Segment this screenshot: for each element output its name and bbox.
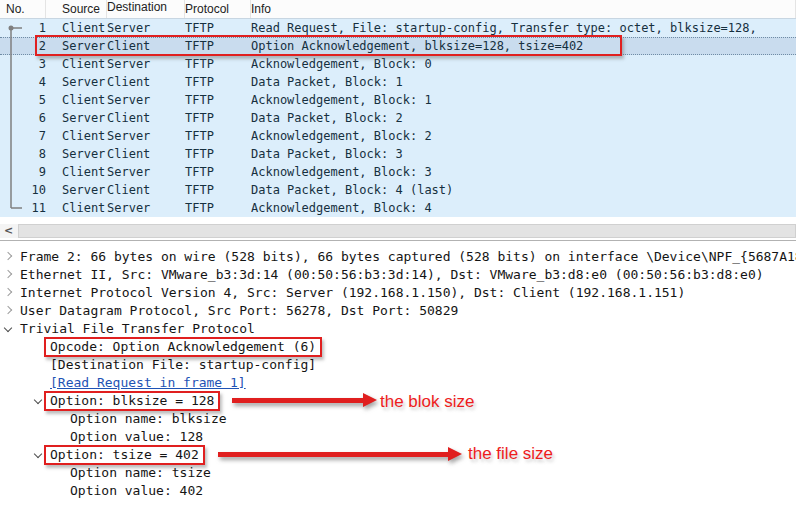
cell-no: 11 (0, 201, 46, 215)
detail-line[interactable]: Option: tsize = 402 (0, 446, 796, 464)
detail-text: User Datagram Protocol, Src Port: 56278,… (20, 302, 458, 320)
pane-splitter[interactable] (0, 240, 796, 241)
detail-line[interactable]: [Destination File: startup-config] (0, 356, 796, 374)
detail-line[interactable]: Option value: 402 (0, 482, 796, 500)
detail-line[interactable]: Option name: tsize (0, 464, 796, 482)
detail-text: Option name: blksize (70, 410, 227, 428)
cell-info: Data Packet, Block: 2 (251, 111, 796, 125)
cell-destination: Server (107, 57, 185, 71)
packet-list-header: No.SourceDestinationProtocolInfo (0, 0, 796, 19)
cell-source: Client (46, 201, 107, 215)
cell-destination: Client (107, 183, 185, 197)
detail-line[interactable]: Option name: blksize (0, 410, 796, 428)
cell-destination: Server (107, 201, 185, 215)
cell-info: Read Request, File: startup-config, Tran… (251, 21, 796, 35)
packet-row-8[interactable]: 8ServerClientTFTPData Packet, Block: 3 (0, 145, 796, 163)
detail-text: Trivial File Transfer Protocol (20, 320, 255, 338)
packet-row-3[interactable]: 3ClientServerTFTPAcknowledgement, Block:… (0, 55, 796, 73)
detail-tree: Frame 2: 66 bytes on wire (528 bits), 66… (0, 243, 796, 500)
chevron-down-icon[interactable] (34, 396, 42, 404)
detail-line[interactable]: Ethernet II, Src: VMware_b3:3d:14 (00:50… (0, 266, 796, 284)
packet-row-2[interactable]: 2ServerClientTFTPOption Acknowledgement,… (0, 37, 796, 55)
cell-protocol: TFTP (185, 21, 251, 35)
column-header-col-protocol[interactable]: Protocol (185, 0, 251, 18)
cell-destination: Client (107, 75, 185, 89)
cell-no: 10 (0, 183, 46, 197)
cell-protocol: TFTP (185, 39, 251, 53)
cell-info: Acknowledgement, Block: 3 (251, 165, 796, 179)
detail-line[interactable]: Option: blksize = 128 (0, 392, 796, 410)
cell-destination: Server (107, 93, 185, 107)
detail-text: [Destination File: startup-config] (50, 356, 316, 374)
chevron-right-icon[interactable] (4, 306, 12, 314)
cell-protocol: TFTP (185, 111, 251, 125)
cell-no: 2 (0, 39, 46, 53)
column-header-col-info[interactable]: Info (251, 0, 796, 18)
cell-no: 8 (0, 147, 46, 161)
cell-destination: Client (107, 111, 185, 125)
detail-text: Option: blksize = 128 (44, 391, 220, 411)
cell-protocol: TFTP (185, 165, 251, 179)
cell-destination: Server (107, 165, 185, 179)
detail-line[interactable]: Opcode: Option Acknowledgement (6) (0, 338, 796, 356)
horizontal-scrollbar[interactable]: < (0, 224, 796, 238)
cell-source: Client (46, 57, 107, 71)
detail-line[interactable]: Trivial File Transfer Protocol (0, 320, 796, 338)
cell-protocol: TFTP (185, 129, 251, 143)
cell-source: Client (46, 93, 107, 107)
cell-no: 3 (0, 57, 46, 71)
detail-text: Option: tsize = 402 (44, 445, 205, 465)
cell-no: 4 (0, 75, 46, 89)
cell-protocol: TFTP (185, 147, 251, 161)
packet-row-9[interactable]: 9ClientServerTFTPAcknowledgement, Block:… (0, 163, 796, 181)
cell-protocol: TFTP (185, 201, 251, 215)
detail-text: Option name: tsize (70, 464, 211, 482)
chevron-right-icon[interactable] (4, 270, 12, 278)
scroll-left-arrow-icon[interactable]: < (4, 225, 16, 237)
cell-info: Acknowledgement, Block: 1 (251, 93, 796, 107)
cell-info: Acknowledgement, Block: 2 (251, 129, 796, 143)
detail-text: Ethernet II, Src: VMware_b3:3d:14 (00:50… (20, 266, 764, 284)
packet-row-4[interactable]: 4ServerClientTFTPData Packet, Block: 1 (0, 73, 796, 91)
detail-line[interactable]: Frame 2: 66 bytes on wire (528 bits), 66… (0, 248, 796, 266)
detail-line[interactable]: Option value: 128 (0, 428, 796, 446)
cell-info: Data Packet, Block: 1 (251, 75, 796, 89)
column-header-col-no[interactable]: No. (0, 0, 46, 18)
cell-destination: Client (107, 147, 185, 161)
cell-info: Data Packet, Block: 3 (251, 147, 796, 161)
frame-link[interactable]: [Read Request in frame 1] (50, 374, 246, 392)
cell-info: Acknowledgement, Block: 0 (251, 57, 796, 71)
cell-info: Option Acknowledgement, blksize=128, tsi… (251, 39, 796, 53)
packet-list-pane: No.SourceDestinationProtocolInfo 1Client… (0, 0, 796, 222)
scrollbar-thumb[interactable] (18, 224, 796, 238)
cell-source: Server (46, 39, 107, 53)
chevron-right-icon[interactable] (4, 288, 12, 296)
chevron-down-icon[interactable] (34, 450, 42, 458)
cell-no: 7 (0, 129, 46, 143)
packet-row-7[interactable]: 7ClientServerTFTPAcknowledgement, Block:… (0, 127, 796, 145)
detail-line[interactable]: Internet Protocol Version 4, Src: Server… (0, 284, 796, 302)
packet-row-11[interactable]: 11ClientServerTFTPAcknowledgement, Block… (0, 199, 796, 217)
chevron-down-icon[interactable] (4, 324, 12, 332)
cell-source: Server (46, 183, 107, 197)
cell-info: Data Packet, Block: 4 (last) (251, 183, 796, 197)
cell-source: Server (46, 75, 107, 89)
cell-destination: Server (107, 21, 185, 35)
chevron-right-icon[interactable] (4, 252, 12, 260)
cell-no: 6 (0, 111, 46, 125)
packet-detail-pane: Frame 2: 66 bytes on wire (528 bits), 66… (0, 243, 796, 511)
detail-line[interactable]: User Datagram Protocol, Src Port: 56278,… (0, 302, 796, 320)
cell-source: Client (46, 129, 107, 143)
cell-source: Client (46, 165, 107, 179)
cell-source: Server (46, 111, 107, 125)
packet-row-1[interactable]: 1ClientServerTFTPRead Request, File: sta… (0, 19, 796, 37)
detail-line[interactable]: [Read Request in frame 1] (0, 374, 796, 392)
cell-no: 9 (0, 165, 46, 179)
packet-row-5[interactable]: 5ClientServerTFTPAcknowledgement, Block:… (0, 91, 796, 109)
packet-row-6[interactable]: 6ServerClientTFTPData Packet, Block: 2 (0, 109, 796, 127)
cell-source: Client (46, 21, 107, 35)
packet-row-10[interactable]: 10ServerClientTFTPData Packet, Block: 4 … (0, 181, 796, 199)
wireshark-capture-view: No.SourceDestinationProtocolInfo 1Client… (0, 0, 796, 511)
column-header-col-destination[interactable]: Destination (107, 0, 185, 18)
column-header-col-source[interactable]: Source (46, 0, 107, 18)
